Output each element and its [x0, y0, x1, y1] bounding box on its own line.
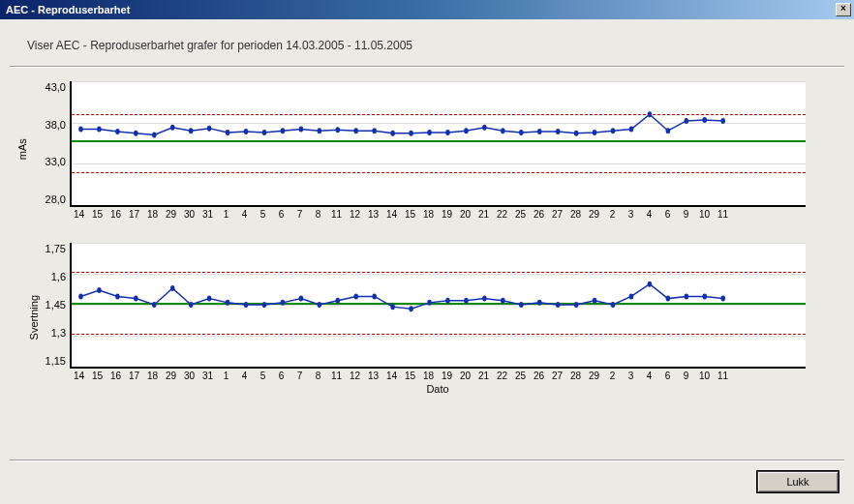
svg-point-23 [501, 128, 505, 133]
svg-point-71 [720, 296, 725, 302]
ytick: 43,0 [46, 81, 66, 93]
svg-point-38 [115, 293, 120, 299]
svg-point-7 [207, 126, 212, 132]
svg-point-41 [170, 285, 175, 291]
xtick: 12 [346, 209, 364, 220]
chart-mas-ylabel: mAs [16, 138, 28, 160]
svg-point-34 [703, 117, 708, 123]
xtick: 13 [364, 209, 382, 220]
xtick: 14 [382, 209, 401, 220]
chart-svertning-ylabel: Svertning [28, 294, 40, 339]
xtick: 1 [217, 371, 235, 381]
svg-point-33 [685, 118, 689, 124]
xtick: 26 [530, 371, 548, 381]
xtick: 28 [566, 209, 585, 220]
xtick: 29 [585, 209, 603, 220]
chart-svertning-yticks: 1,751,61,451,31,15 [41, 243, 70, 367]
svg-point-48 [299, 296, 304, 302]
xtick: 17 [125, 371, 143, 381]
xtick: 5 [254, 209, 272, 220]
xtick: 14 [70, 209, 88, 220]
svg-point-61 [537, 300, 542, 306]
svg-point-39 [134, 296, 138, 302]
svg-point-17 [390, 131, 395, 136]
xtick: 15 [401, 209, 419, 220]
xtick: 4 [640, 371, 658, 381]
chart-mas-plot [70, 81, 806, 207]
svg-point-21 [464, 128, 469, 133]
svg-point-66 [629, 293, 634, 299]
svg-point-63 [574, 302, 579, 308]
xtick: 25 [511, 371, 530, 381]
svg-point-6 [189, 128, 194, 133]
xtick: 4 [235, 371, 254, 381]
xtick: 9 [677, 371, 695, 381]
xtick: 16 [107, 371, 125, 381]
svg-point-24 [519, 130, 524, 135]
svg-point-62 [556, 302, 561, 308]
xtick: 11 [327, 371, 346, 381]
svg-point-30 [629, 126, 634, 132]
svg-point-9 [244, 129, 249, 134]
svg-point-25 [537, 129, 542, 134]
chart-svertning-xticks: 1415161718293031145678111213141518192021… [70, 371, 732, 381]
close-button[interactable]: Lukk [757, 471, 839, 492]
svg-point-49 [318, 302, 322, 308]
svg-point-5 [170, 125, 175, 131]
chart-mas: mAs 43,038,033,028,0 1415161718293031145… [19, 81, 806, 220]
xtick: 26 [530, 209, 548, 220]
close-icon[interactable]: × [836, 3, 851, 16]
svg-point-16 [372, 128, 377, 133]
xtick: 6 [658, 209, 677, 220]
svg-point-57 [464, 298, 469, 304]
xtick: 27 [548, 371, 566, 381]
xtick: 11 [714, 209, 732, 220]
xtick: 6 [272, 209, 290, 220]
svg-point-65 [611, 302, 616, 308]
svg-point-69 [685, 293, 689, 299]
xtick: 15 [401, 371, 419, 381]
svg-point-45 [244, 302, 249, 308]
svg-point-22 [482, 125, 487, 131]
svg-point-1 [97, 126, 102, 132]
svg-point-8 [226, 130, 230, 135]
ytick: 33,0 [46, 156, 66, 167]
svg-point-70 [703, 293, 708, 299]
svg-point-12 [299, 126, 304, 132]
svg-point-58 [482, 296, 487, 302]
xtick: 18 [143, 371, 162, 381]
footer: Lukk [10, 460, 844, 492]
xtick: 15 [88, 371, 107, 381]
xtick: 10 [695, 209, 714, 220]
xtick: 3 [622, 371, 640, 381]
xtick: 2 [603, 209, 622, 220]
xtick: 1 [217, 209, 235, 220]
content-area: Viser AEC - Reproduserbarhet grafer for … [0, 19, 854, 395]
xtick: 30 [180, 209, 198, 220]
chart-svertning: Svertning 1,751,61,451,31,15 14151617182… [19, 243, 806, 395]
xtick: 20 [456, 371, 474, 381]
xtick: 7 [290, 371, 309, 381]
ytick: 1,45 [46, 299, 66, 311]
xtick: 31 [198, 371, 217, 381]
svg-point-52 [372, 293, 377, 299]
xtick: 31 [198, 209, 217, 220]
xtick: 19 [438, 371, 456, 381]
window-title: AEC - Reproduserbarhet [6, 4, 130, 15]
xtick: 29 [162, 209, 180, 220]
xtick: 12 [346, 371, 364, 381]
xtick: 10 [695, 371, 714, 381]
svg-point-36 [78, 293, 83, 299]
xtick: 30 [180, 371, 198, 381]
svg-point-51 [353, 293, 358, 299]
xtick: 21 [474, 209, 493, 220]
xtick: 6 [658, 371, 677, 381]
svg-point-4 [152, 132, 157, 137]
xtick: 25 [511, 209, 530, 220]
svg-point-19 [427, 130, 432, 135]
svg-point-54 [409, 306, 413, 311]
svg-point-46 [262, 302, 267, 308]
svg-point-20 [445, 130, 450, 135]
svg-point-50 [336, 298, 341, 304]
divider-bottom [10, 460, 844, 461]
